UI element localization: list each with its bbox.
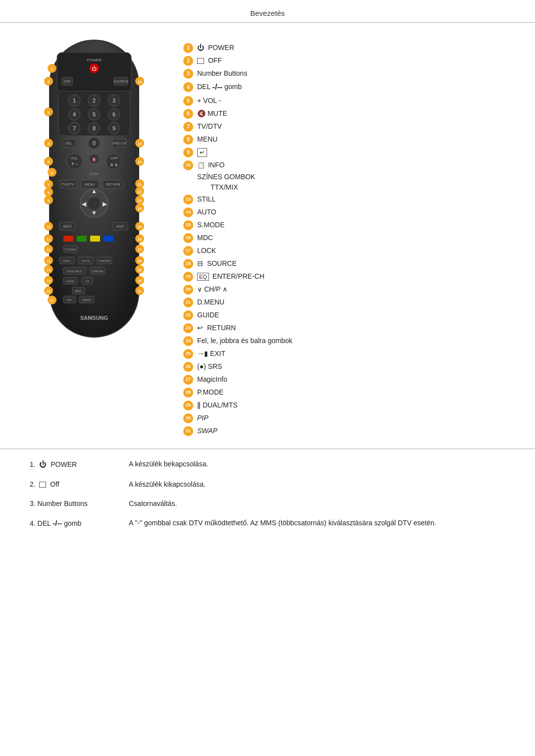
remote-svg: POWER ⏻ OFF SOURCE 1 2 3 [30, 38, 159, 345]
label-text-17: LOCK [197, 246, 216, 256]
svg-text:INFO: INFO [63, 225, 72, 228]
svg-text:26: 26 [138, 238, 142, 241]
badge-19: 19 [183, 272, 193, 282]
label-item-2: 2 OFF [183, 55, 515, 66]
label-text-9: ↵ [197, 147, 207, 157]
svg-text:6: 6 [51, 171, 54, 175]
svg-text:19: 19 [138, 142, 142, 146]
svg-text:5: 5 [93, 111, 96, 117]
label-text-31: SWAP [197, 426, 217, 436]
label-text-28: P.MODE [197, 387, 223, 398]
svg-text:21: 21 [138, 183, 142, 186]
label-text-8: MENU [197, 134, 217, 145]
label-text-4: DEL -/-- gomb [197, 81, 242, 93]
svg-text:18: 18 [138, 80, 142, 84]
descriptions-area: 1. ⏻ POWER A készülék bekapcsolása. 2. O… [0, 449, 535, 553]
svg-rect-59 [63, 236, 73, 242]
label-item-31: 31 SWAP [183, 426, 515, 436]
svg-text:15: 15 [47, 279, 51, 283]
svg-text:AUTO: AUTO [82, 259, 90, 262]
svg-text:POWER: POWER [87, 58, 102, 62]
svg-text:13: 13 [47, 259, 51, 263]
remote-image-area: POWER ⏻ OFF SOURCE 1 2 3 [30, 38, 168, 439]
svg-text:PIP: PIP [67, 299, 72, 302]
badge-1: 1 [183, 43, 193, 53]
svg-text:I-II: I-II [86, 280, 89, 283]
badge-23: 23 [183, 323, 193, 333]
label-text-22: GUIDE [197, 310, 219, 320]
badge-30: 30 [183, 413, 193, 423]
svg-rect-61 [90, 236, 100, 242]
svg-text:CH/P: CH/P [110, 156, 118, 160]
header-title: Bevezetés [250, 9, 285, 17]
label-item-14: 14 AUTO [183, 207, 515, 217]
svg-text:2: 2 [93, 98, 96, 103]
label-item-26: 26 (●) SRS [183, 361, 515, 372]
badge-9: 9 [183, 148, 193, 157]
desc-label-2: 2. Off [30, 479, 129, 490]
label-item-6: 6 🔇 MUTE [183, 108, 515, 119]
label-ttx-mix: TTX/MIX [211, 183, 515, 191]
label-text-6: 🔇 MUTE [197, 108, 227, 119]
svg-text:17: 17 [50, 299, 54, 302]
desc-item-2: 2. Off A készülék kikapcsolása. [30, 479, 505, 490]
label-item-19: 19 EQ ENTER/PRE-CH [183, 271, 515, 282]
badge-7: 7 [183, 122, 193, 132]
badge-15: 15 [183, 220, 193, 230]
page-header: Bevezetés [0, 0, 535, 23]
label-item-18: 18 ⊟ SOURCE [183, 258, 515, 269]
svg-text:RETURN: RETURN [106, 183, 120, 186]
svg-text:27: 27 [138, 248, 142, 252]
label-szines-gombok: SZÍNES GOMBOK [197, 173, 515, 181]
desc-item-1: 1. ⏻ POWER A készülék bekapcsolása. [30, 459, 505, 470]
badge-25: 25 [183, 349, 193, 359]
svg-text:4: 4 [73, 111, 76, 117]
label-item-29: 29 ǁ DUAL/MTS [183, 400, 515, 410]
label-item-10: 10 📋 INFO [183, 160, 515, 170]
svg-text:SAMSUNG: SAMSUNG [80, 315, 108, 321]
svg-text:MENU: MENU [85, 183, 95, 186]
desc-text-4: A "-" gombbal csak DTV működtethető. Az … [129, 518, 505, 529]
svg-rect-60 [77, 236, 87, 242]
svg-text:DUAL/MTS: DUAL/MTS [67, 270, 82, 273]
svg-text:SOURCE: SOURCE [113, 80, 128, 83]
svg-text:STILL: STILL [63, 259, 71, 262]
badge-2: 2 [183, 56, 193, 66]
badge-13: 13 [183, 195, 193, 204]
svg-text:MDC: MDC [75, 290, 82, 293]
svg-point-50 [87, 197, 101, 210]
svg-text:+  -: + - [71, 161, 77, 166]
label-text-24: Fel, le, jobbra és balra gombok [197, 336, 292, 346]
label-text-20: ∨ CH/P ∧ [197, 284, 227, 295]
desc-item-3: 3. Number Buttons Csatornaváltás. [30, 499, 505, 509]
svg-text:3: 3 [112, 98, 115, 103]
label-text-30: PIP [197, 413, 209, 423]
label-text-21: D.MENU [197, 297, 224, 307]
badge-26: 26 [183, 362, 193, 372]
label-item-23: 23 ↩ RETURN [183, 323, 515, 333]
label-item-17: 17 LOCK [183, 246, 515, 256]
label-item-5: 5 + VOL - [183, 96, 515, 106]
svg-text:31: 31 [138, 290, 142, 293]
svg-rect-62 [104, 236, 113, 242]
label-text-29: ǁ DUAL/MTS [197, 400, 238, 410]
desc-text-1: A készülék bekapcsolása. [129, 459, 505, 470]
svg-text:12: 12 [47, 248, 51, 252]
label-item-4: 4 DEL -/-- gomb [183, 81, 515, 93]
badge-3: 3 [183, 69, 193, 79]
svg-text:VOL: VOL [71, 156, 78, 160]
label-item-28: 28 P.MODE [183, 387, 515, 398]
badge-28: 28 [183, 388, 193, 398]
label-item-22: 22 GUIDE [183, 310, 515, 320]
label-text-26: (●) SRS [197, 361, 222, 372]
svg-text:OFF: OFF [64, 80, 71, 83]
desc-label-4: 4. DEL -/-- gomb [30, 518, 129, 529]
svg-text:▼: ▼ [91, 209, 97, 216]
label-text-15: S.MODE [197, 220, 224, 230]
svg-text:29: 29 [138, 268, 142, 272]
svg-text:11: 11 [47, 238, 51, 241]
label-item-7: 7 TV/DTV [183, 121, 515, 132]
svg-text:CHIP: CHIP [89, 172, 99, 176]
labels-container: 1 ⏻ POWER 2 OFF 3 Number Buttons 4 DEL -… [183, 38, 515, 439]
desc-label-1: 1. ⏻ POWER [30, 459, 129, 470]
